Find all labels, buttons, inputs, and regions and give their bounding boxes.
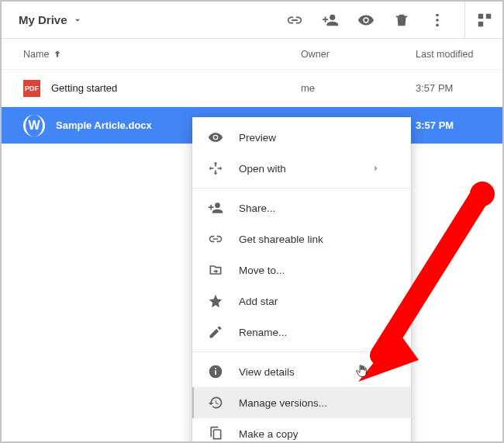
rename-icon — [208, 324, 223, 340]
grid-view-icon[interactable] — [476, 12, 493, 29]
menu-open-with[interactable]: Open with — [192, 153, 411, 184]
file-modified: 3:57 PM — [416, 119, 502, 131]
history-icon — [208, 395, 223, 410]
info-icon — [208, 364, 223, 379]
menu-add-star[interactable]: Add star — [192, 286, 411, 317]
svg-point-9 — [470, 182, 495, 206]
trash-icon[interactable] — [393, 12, 410, 29]
menu-make-copy[interactable]: Make a copy — [192, 418, 411, 443]
file-name: Getting started — [51, 82, 117, 94]
copy-icon — [208, 426, 223, 441]
toolbar: My Drive — [2, 2, 502, 39]
eye-icon — [208, 130, 223, 145]
pdf-icon: PDF — [23, 80, 40, 97]
star-icon — [208, 293, 223, 309]
menu-shareable-link[interactable]: Get shareable link — [192, 223, 411, 254]
menu-rename[interactable]: Rename... — [192, 317, 411, 348]
toolbar-divider — [464, 2, 465, 39]
link-icon — [208, 231, 223, 247]
file-modified: 3:57 PM — [416, 82, 502, 94]
menu-divider — [192, 351, 411, 352]
folder-selector[interactable]: My Drive — [19, 13, 83, 26]
word-doc-icon: W — [23, 115, 45, 137]
column-owner[interactable]: Owner — [301, 49, 416, 60]
menu-move-to[interactable]: Move to... — [192, 254, 411, 286]
file-name: Sample Article.docx — [56, 119, 152, 131]
cursor-icon — [355, 364, 369, 381]
caret-down-icon — [72, 15, 83, 26]
menu-preview[interactable]: Preview — [192, 122, 411, 153]
sort-asc-icon — [52, 49, 63, 60]
chevron-right-icon — [371, 163, 381, 174]
menu-share[interactable]: Share... — [192, 192, 411, 223]
menu-divider — [192, 188, 411, 189]
person-add-icon — [208, 200, 223, 216]
folder-name: My Drive — [19, 13, 67, 26]
link-icon[interactable] — [286, 12, 303, 29]
file-row[interactable]: PDF Getting started me 3:57 PM — [2, 70, 502, 107]
menu-view-details[interactable]: View details — [192, 356, 411, 387]
context-menu: Preview Open with Share... Get shareable… — [192, 117, 411, 443]
preview-icon[interactable] — [357, 12, 375, 29]
move-to-icon — [208, 262, 223, 278]
column-modified[interactable]: Last modified — [416, 49, 502, 60]
person-add-icon[interactable] — [322, 12, 339, 29]
open-with-icon — [208, 161, 223, 176]
menu-manage-versions[interactable]: Manage versions... — [192, 387, 411, 418]
more-icon[interactable] — [429, 12, 446, 29]
toolbar-actions — [286, 12, 446, 29]
column-header-row: Name Owner Last modified — [2, 39, 502, 70]
file-owner: me — [301, 82, 416, 94]
column-name[interactable]: Name — [23, 49, 301, 60]
